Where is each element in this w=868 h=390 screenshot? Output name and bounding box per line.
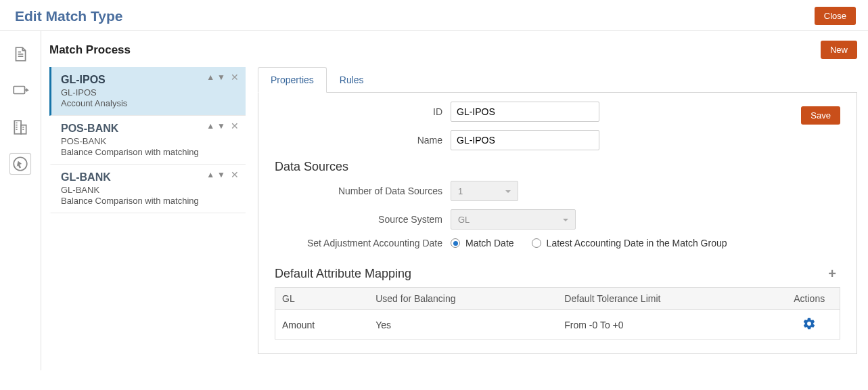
- map-cell-2: Yes: [369, 310, 557, 340]
- move-up-icon[interactable]: ▲: [206, 73, 214, 81]
- num-sources-select[interactable]: 1: [451, 181, 518, 201]
- adj-opt1-label: Match Date: [465, 238, 514, 248]
- save-button[interactable]: Save: [801, 106, 840, 125]
- move-up-icon[interactable]: ▲: [206, 171, 214, 179]
- name-label: Name: [275, 135, 451, 146]
- id-input[interactable]: [451, 102, 599, 122]
- map-col-3: Default Tolerance Limit: [557, 288, 779, 310]
- icon-rail: [0, 31, 41, 370]
- map-col-2: Used for Balancing: [369, 288, 557, 310]
- process-list: ▲▼✕GL-IPOSGL-IPOSAccount Analysis▲▼✕POS-…: [49, 67, 246, 354]
- move-down-icon[interactable]: ▼: [217, 73, 225, 81]
- rail-icon-building[interactable]: [9, 116, 31, 138]
- svg-rect-1: [14, 121, 21, 134]
- delete-icon[interactable]: ✕: [231, 170, 239, 179]
- process-id: GL-IPOS: [61, 87, 236, 98]
- move-down-icon[interactable]: ▼: [217, 171, 225, 179]
- process-item[interactable]: ▲▼✕GL-IPOSGL-IPOSAccount Analysis: [49, 67, 246, 116]
- id-label: ID: [275, 106, 451, 117]
- move-down-icon[interactable]: ▼: [217, 122, 225, 130]
- tabs: Properties Rules: [258, 67, 857, 93]
- mapping-title: Default Attribute Mapping: [275, 267, 411, 281]
- adj-label: Set Adjustment Accounting Date: [275, 238, 451, 248]
- process-desc: Balance Comparison with matching: [61, 196, 236, 206]
- process-desc: Balance Comparison with matching: [61, 147, 236, 157]
- process-id: GL-BANK: [61, 185, 236, 195]
- rail-icon-doc[interactable]: [9, 43, 31, 65]
- map-col-1: GL: [275, 288, 369, 310]
- process-item[interactable]: ▲▼✕POS-BANKPOS-BANKBalance Comparison wi…: [49, 116, 246, 165]
- process-desc: Account Analysis: [61, 98, 236, 108]
- process-item[interactable]: ▲▼✕GL-BANKGL-BANKBalance Comparison with…: [49, 165, 246, 213]
- section-title: Match Process: [49, 43, 131, 57]
- delete-icon[interactable]: ✕: [231, 72, 239, 82]
- tab-properties[interactable]: Properties: [258, 67, 327, 93]
- radio-dot-icon: [451, 238, 460, 248]
- row-actions-gear-icon[interactable]: [802, 317, 816, 332]
- tab-rules[interactable]: Rules: [327, 67, 377, 93]
- name-input[interactable]: [451, 130, 599, 150]
- delete-icon[interactable]: ✕: [231, 121, 239, 131]
- rail-icon-cursor[interactable]: [9, 153, 31, 175]
- table-row: Amount Yes From -0 To +0: [275, 310, 840, 340]
- source-system-value: GL: [458, 215, 470, 225]
- data-sources-title: Data Sources: [275, 160, 840, 174]
- page-title: Edit Match Type: [15, 8, 122, 24]
- source-system-label: Source System: [275, 214, 451, 225]
- radio-dot-icon: [532, 238, 541, 248]
- move-up-icon[interactable]: ▲: [206, 122, 214, 130]
- adj-opt2-label: Latest Accounting Date in the Match Grou…: [547, 238, 727, 248]
- source-system-select[interactable]: GL: [451, 209, 576, 230]
- close-button[interactable]: Close: [815, 7, 856, 25]
- process-id: POS-BANK: [61, 136, 236, 146]
- adj-radio-latest-date[interactable]: Latest Accounting Date in the Match Grou…: [532, 238, 727, 248]
- new-button[interactable]: New: [821, 41, 857, 59]
- map-cell-3: From -0 To +0: [557, 310, 779, 340]
- mapping-table: GL Used for Balancing Default Tolerance …: [275, 287, 840, 340]
- svg-rect-0: [14, 87, 24, 94]
- map-col-4: Actions: [779, 288, 840, 310]
- rail-icon-transfer[interactable]: [9, 80, 31, 102]
- add-mapping-icon[interactable]: +: [824, 266, 840, 282]
- num-sources-label: Number of Data Sources: [275, 186, 451, 196]
- adj-radio-match-date[interactable]: Match Date: [451, 238, 514, 248]
- num-sources-value: 1: [458, 186, 463, 196]
- map-cell-1: Amount: [275, 310, 369, 340]
